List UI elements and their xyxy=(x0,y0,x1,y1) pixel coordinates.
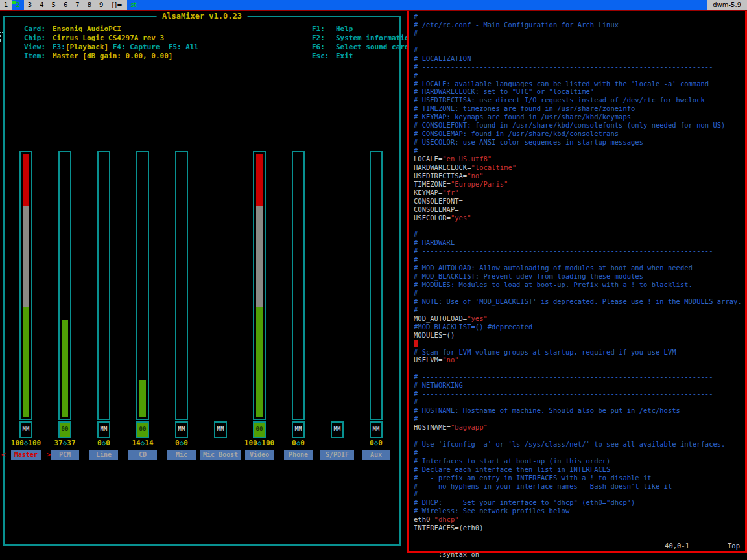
editor-line: HARDWARECLOCK="localtime" xyxy=(414,163,744,172)
channel-mic[interactable]: MM0◇0Mic xyxy=(162,11,201,465)
channel-line[interactable]: MM0◇0Line xyxy=(84,11,123,465)
channel-pcm[interactable]: 0037◇37PCM xyxy=(45,11,84,465)
tag-7[interactable]: 7 xyxy=(71,0,83,10)
volume-value: 100◇100 xyxy=(240,439,279,447)
comment-text: # LOCALE: available languages can be lis… xyxy=(414,80,709,88)
channel-label[interactable]: PCM xyxy=(51,450,79,460)
volume-bar[interactable] xyxy=(97,151,110,420)
volume-value: 0◇0 xyxy=(162,439,201,447)
mute-indicator[interactable]: MM xyxy=(97,421,110,438)
mute-indicator[interactable]: MM xyxy=(292,421,305,438)
string-value: "fr" xyxy=(442,189,458,196)
editor-line xyxy=(414,340,744,348)
channel-aux[interactable]: MM0◇0Aux xyxy=(357,11,396,465)
volume-bar[interactable] xyxy=(136,151,149,420)
editor-line: # DHCP: Set your interface to "dhcp" (et… xyxy=(414,498,744,507)
config-text: TIMEZONE= xyxy=(414,180,451,188)
volume-value: 0◇0 xyxy=(357,439,396,447)
tag-indicator xyxy=(25,1,27,3)
tag-label: 9 xyxy=(99,1,103,8)
tag-5[interactable]: 5 xyxy=(48,0,60,10)
tag-2[interactable]: 2 xyxy=(12,0,23,10)
mute-indicator[interactable]: 00 xyxy=(136,421,149,438)
comment-text: # Scan for LVM volume groups at startup,… xyxy=(414,348,676,356)
editor-line: TIMEZONE="Europe/Paris" xyxy=(414,180,744,189)
volume-fill-fg xyxy=(23,307,29,417)
editor-line: # xyxy=(414,398,744,406)
editor-line: # xyxy=(414,255,744,264)
tag-6[interactable]: 6 xyxy=(60,0,71,10)
editor-line: CONSOLEFONT= xyxy=(414,197,744,205)
mute-indicator[interactable]: MM xyxy=(370,421,383,438)
mute-indicator[interactable]: 00 xyxy=(253,421,266,438)
vim-window[interactable]: ## /etc/rc.conf - Main Configuration for… xyxy=(407,11,747,553)
comment-text: # xyxy=(414,71,418,79)
string-value: "yes" xyxy=(467,314,488,322)
editor-line xyxy=(414,532,744,541)
dwm-bar: 123456789 []= st dwm-5.9 xyxy=(0,0,747,10)
mute-indicator[interactable]: MM xyxy=(214,421,227,438)
volume-bar[interactable] xyxy=(370,151,383,420)
channel-label-row: Line xyxy=(84,450,123,460)
volume-bar[interactable] xyxy=(58,151,71,420)
vim-cursor xyxy=(414,340,418,347)
editor-line: eth0="dhcp" xyxy=(414,515,744,524)
tag-3[interactable]: 3 xyxy=(24,0,36,10)
mute-indicator[interactable]: MM xyxy=(175,421,188,438)
channel-label[interactable]: Line xyxy=(89,450,118,460)
channel-label[interactable]: Aux xyxy=(362,450,390,460)
vim-command: :syntax on xyxy=(438,550,479,558)
editor-line xyxy=(414,38,744,46)
volume-bar[interactable] xyxy=(292,151,305,420)
channel-label[interactable]: Video xyxy=(245,450,274,460)
volume-bar[interactable] xyxy=(19,151,32,420)
channel-label[interactable]: Master xyxy=(11,450,41,460)
string-value: "no" xyxy=(442,356,458,364)
editor-line: # xyxy=(414,71,744,80)
config-text: HOSTNAME= xyxy=(414,423,451,431)
channel-label[interactable]: Mic Boost xyxy=(200,450,241,460)
volume-value: 100◇100 xyxy=(6,439,45,447)
editor-line: # Interfaces to start at boot-up (in thi… xyxy=(414,457,744,465)
vim-buffer[interactable]: ## /etc/rc.conf - Main Configuration for… xyxy=(414,12,744,541)
editor-line: # --------------------------------------… xyxy=(414,46,744,54)
mute-indicator[interactable]: 00 xyxy=(58,421,71,438)
editor-line: # CONSOLEFONT: found in /usr/share/kbd/c… xyxy=(414,121,744,130)
channel-video[interactable]: 00100◇100Video xyxy=(240,11,279,465)
mute-indicator[interactable]: MM xyxy=(19,421,32,438)
comment-text: # --------------------------------------… xyxy=(414,247,713,255)
tag-label: 5 xyxy=(52,1,56,8)
channel-label[interactable]: CD xyxy=(128,450,157,460)
volume-fill-fg xyxy=(256,307,263,417)
editor-line: # CONSOLEMAP: found in /usr/share/kbd/co… xyxy=(414,130,744,138)
channel-label[interactable]: Mic xyxy=(167,450,196,460)
comment-text: # Use 'ifconfig -a' or 'ls /sys/class/ne… xyxy=(414,440,725,448)
selection-arrow-left: < xyxy=(1,450,6,460)
channel-cd[interactable]: 0014◇14CD xyxy=(123,11,162,465)
layout-symbol[interactable]: []= xyxy=(107,0,126,10)
channel-phone[interactable]: MM0◇0Phone xyxy=(279,11,318,465)
tag-9[interactable]: 9 xyxy=(95,0,107,10)
channel-label-row: S/PDIF xyxy=(318,450,357,460)
mute-indicator[interactable]: MM xyxy=(331,421,344,438)
editor-line: # xyxy=(414,306,744,314)
tag-8[interactable]: 8 xyxy=(84,0,95,10)
tag-indicator xyxy=(12,1,16,4)
alsamixer-window[interactable]: AlsaMixer v1.0.23 Card:Ensoniq AudioPCI … xyxy=(0,11,407,560)
channel-label[interactable]: S/PDIF xyxy=(320,450,354,460)
channel-mic-boost[interactable]: MMMic Boost xyxy=(201,11,240,465)
volume-bar[interactable] xyxy=(175,151,188,420)
volume-bar[interactable] xyxy=(253,151,266,420)
editor-line: # Wireless: See network profiles below xyxy=(414,507,744,515)
channel-s-pdif[interactable]: MMS/PDIF xyxy=(318,11,357,465)
channel-master[interactable]: MM100◇100Master<> xyxy=(6,11,45,465)
editor-line: # xyxy=(414,449,744,457)
editor-line: # HARDWARE xyxy=(414,239,744,247)
tag-4[interactable]: 4 xyxy=(36,0,47,10)
comment-text: # KEYMAP: keymaps are found in /usr/shar… xyxy=(414,113,631,121)
comment-text: # xyxy=(414,289,418,297)
channel-label[interactable]: Phone xyxy=(284,450,313,460)
tag-1[interactable]: 1 xyxy=(0,0,12,10)
string-value: "bagvapp" xyxy=(451,423,488,431)
comment-text: # xyxy=(414,490,418,498)
